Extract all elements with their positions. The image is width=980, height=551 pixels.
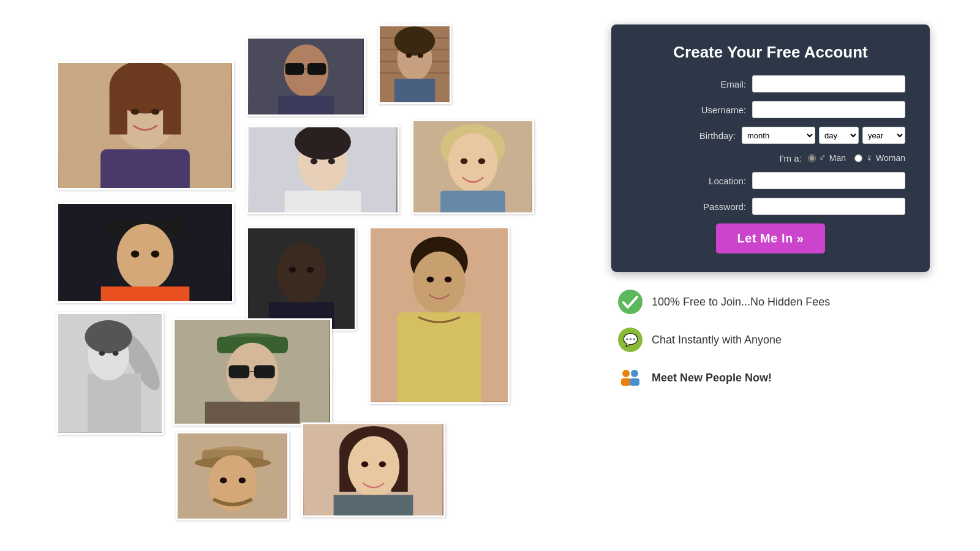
username-input[interactable] bbox=[752, 101, 905, 118]
svg-rect-42 bbox=[101, 287, 190, 301]
svg-point-58 bbox=[85, 320, 132, 353]
svg-point-28 bbox=[328, 159, 336, 165]
people-icon bbox=[617, 365, 643, 391]
svg-point-50 bbox=[413, 252, 466, 313]
svg-point-32 bbox=[448, 133, 498, 192]
woman-radio[interactable] bbox=[854, 154, 862, 162]
photo-item-6 bbox=[56, 202, 234, 303]
svg-point-41 bbox=[151, 250, 159, 258]
man-label: Man bbox=[829, 153, 846, 163]
email-input[interactable] bbox=[752, 75, 905, 92]
photo-item-9 bbox=[56, 312, 164, 435]
page-wrapper: Create Your Free Account Email: Username… bbox=[44, 12, 936, 539]
gender-row: I'm a: ♂ Man ♀ Woman bbox=[636, 152, 905, 163]
svg-point-34 bbox=[478, 159, 486, 165]
feature-text-3: Meet New People Now! bbox=[652, 372, 772, 384]
email-label: Email: bbox=[720, 79, 746, 89]
birthday-selects: month JanuaryFebruaryMarch AprilMayJune … bbox=[742, 127, 905, 144]
photo-item-3 bbox=[378, 24, 451, 104]
svg-rect-88 bbox=[621, 378, 631, 386]
photo-item-12 bbox=[301, 422, 445, 517]
svg-rect-3 bbox=[110, 87, 127, 135]
birthday-label: Birthday: bbox=[699, 130, 736, 141]
birthday-row: Birthday: month JanuaryFebruaryMarch Apr… bbox=[636, 127, 905, 144]
svg-point-75 bbox=[239, 478, 246, 484]
photo-collage bbox=[44, 24, 546, 527]
svg-point-39 bbox=[117, 224, 174, 290]
features-list: 100% Free to Join...No Hidden Fees 💬 Cha… bbox=[611, 289, 930, 403]
form-title: Create Your Free Account bbox=[636, 43, 905, 62]
email-row: Email: bbox=[636, 75, 905, 92]
svg-rect-13 bbox=[278, 96, 334, 114]
registration-box: Create Your Free Account Email: Username… bbox=[611, 24, 930, 272]
feature-item-3: Meet New People Now! bbox=[617, 365, 924, 391]
svg-point-74 bbox=[220, 478, 227, 484]
location-row: Location: bbox=[636, 172, 905, 189]
photo-item-10 bbox=[173, 318, 332, 425]
svg-rect-35 bbox=[440, 190, 505, 212]
svg-point-33 bbox=[461, 159, 468, 165]
svg-point-6 bbox=[151, 109, 160, 115]
svg-rect-53 bbox=[398, 312, 481, 402]
man-radio[interactable] bbox=[808, 154, 816, 162]
svg-rect-29 bbox=[285, 191, 361, 212]
svg-text:💬: 💬 bbox=[623, 332, 638, 347]
right-panel: Create Your Free Account Email: Username… bbox=[605, 24, 936, 403]
svg-point-40 bbox=[131, 250, 139, 258]
svg-point-20 bbox=[394, 26, 435, 56]
woman-label: Woman bbox=[876, 153, 905, 163]
svg-rect-56 bbox=[88, 373, 141, 433]
svg-point-59 bbox=[99, 351, 105, 356]
svg-point-44 bbox=[276, 242, 326, 303]
svg-rect-23 bbox=[394, 79, 435, 102]
submit-row: Let Me In » bbox=[636, 223, 905, 253]
year-select[interactable]: year for(let y=2024;y>=1920;y--) documen… bbox=[862, 127, 905, 144]
svg-rect-68 bbox=[205, 402, 300, 424]
feature-item-1: 100% Free to Join...No Hidden Fees bbox=[617, 289, 924, 315]
svg-point-45 bbox=[289, 267, 296, 273]
photo-item-8 bbox=[369, 227, 510, 404]
svg-point-22 bbox=[418, 53, 424, 58]
location-label: Location: bbox=[709, 176, 746, 186]
photo-item-1 bbox=[56, 61, 234, 190]
svg-point-81 bbox=[361, 462, 369, 468]
photo-item-11 bbox=[176, 432, 289, 520]
svg-point-27 bbox=[311, 159, 318, 165]
woman-option: ♀ Woman bbox=[854, 152, 905, 163]
svg-point-21 bbox=[406, 53, 412, 58]
svg-rect-65 bbox=[228, 365, 249, 378]
svg-point-52 bbox=[445, 277, 452, 283]
svg-point-87 bbox=[622, 370, 630, 377]
feature-text-2: Chat Instantly with Anyone bbox=[652, 334, 782, 347]
gender-options: ♂ Man ♀ Woman bbox=[808, 152, 905, 163]
photo-item-2 bbox=[246, 37, 366, 116]
svg-rect-90 bbox=[630, 378, 639, 386]
chat-icon: 💬 bbox=[617, 327, 643, 353]
svg-rect-66 bbox=[254, 365, 275, 378]
svg-point-46 bbox=[307, 267, 314, 273]
feature-text-1: 100% Free to Join...No Hidden Fees bbox=[652, 296, 830, 309]
submit-button[interactable]: Let Me In » bbox=[716, 223, 826, 253]
man-icon: ♂ bbox=[819, 152, 826, 163]
svg-rect-4 bbox=[163, 87, 181, 135]
svg-rect-11 bbox=[307, 63, 326, 75]
svg-rect-83 bbox=[334, 495, 413, 515]
ima-label: I'm a: bbox=[780, 153, 802, 163]
svg-rect-7 bbox=[100, 149, 190, 188]
password-label: Password: bbox=[703, 201, 746, 212]
svg-point-84 bbox=[618, 290, 643, 314]
svg-point-51 bbox=[427, 277, 434, 283]
day-select[interactable]: day for(let i=1;i<=31;i++) document.writ… bbox=[819, 127, 859, 144]
svg-rect-10 bbox=[285, 63, 304, 75]
svg-point-5 bbox=[131, 109, 140, 115]
location-input[interactable] bbox=[752, 172, 905, 189]
username-label: Username: bbox=[701, 105, 746, 115]
svg-point-60 bbox=[113, 351, 119, 356]
svg-point-89 bbox=[631, 370, 638, 377]
svg-point-82 bbox=[379, 462, 386, 468]
man-option: ♂ Man bbox=[808, 152, 846, 163]
photo-item-7 bbox=[246, 227, 356, 331]
photo-item-4 bbox=[246, 126, 399, 214]
password-input[interactable] bbox=[752, 198, 905, 215]
month-select[interactable]: month JanuaryFebruaryMarch AprilMayJune … bbox=[742, 127, 815, 144]
